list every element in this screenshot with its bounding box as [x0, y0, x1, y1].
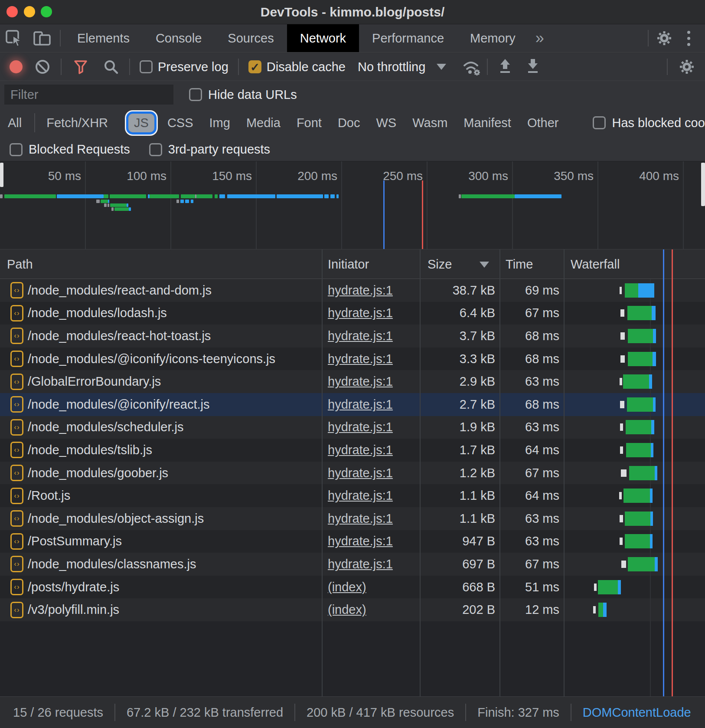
resource-chip-js[interactable]: JS [128, 114, 154, 132]
tab-network[interactable]: Network [287, 24, 359, 52]
initiator-link[interactable]: (index) [328, 598, 366, 621]
initiator-link[interactable]: hydrate.js:1 [328, 439, 393, 462]
resource-chip-ws[interactable]: WS [376, 116, 397, 130]
has-blocked-cookies-checkbox[interactable] [593, 116, 606, 129]
tab-performance[interactable]: Performance [359, 24, 457, 52]
waterfall-waiting-bar [651, 420, 654, 434]
table-row[interactable]: ‹›/node_modules/@iconify/icons-teenyicon… [0, 348, 705, 371]
preserve-log-toggle[interactable]: Preserve log [140, 60, 228, 74]
tab-elements[interactable]: Elements [64, 24, 143, 52]
blocked-requests-toggle[interactable]: Blocked Requests [10, 142, 130, 157]
column-header-time[interactable]: Time [506, 249, 533, 279]
initiator-link[interactable]: hydrate.js:1 [328, 462, 393, 485]
devtools-settings-button[interactable] [652, 24, 676, 52]
divider [667, 59, 668, 75]
hide-data-urls-checkbox[interactable] [189, 88, 202, 101]
column-header-initiator[interactable]: Initiator [328, 249, 369, 279]
status-bar: 15 / 26 requests67.2 kB / 232 kB transfe… [0, 696, 705, 728]
network-settings-button[interactable] [678, 58, 695, 75]
network-overview-timeline[interactable]: 50 ms100 ms150 ms200 ms250 ms300 ms350 m… [0, 161, 705, 249]
request-time: 67 ms [499, 302, 559, 325]
table-row[interactable]: ‹›/node_modules/classnames.jshydrate.js:… [0, 553, 705, 576]
resource-chip-manifest[interactable]: Manifest [463, 116, 511, 130]
waterfall-stalled-tick [620, 355, 625, 363]
clear-network-log-button[interactable] [36, 60, 49, 74]
table-row[interactable]: ‹›/node_modules/lodash.jshydrate.js:16.4… [0, 302, 705, 325]
overview-request-bar [111, 207, 114, 211]
import-har-button[interactable] [524, 57, 542, 76]
column-divider[interactable] [420, 249, 421, 696]
resource-chip-fetch-xhr[interactable]: Fetch/XHR [46, 116, 108, 130]
table-row[interactable]: ‹›/node_modules/scheduler.jshydrate.js:1… [0, 416, 705, 439]
throttling-dropdown[interactable]: No throttling [358, 60, 446, 74]
resource-chip-media[interactable]: Media [246, 116, 281, 130]
table-row[interactable]: ‹›/node_modules/object-assign.jshydrate.… [0, 507, 705, 530]
resource-chip-css[interactable]: CSS [167, 116, 193, 130]
disable-cache-checkbox[interactable] [248, 60, 261, 73]
overview-window-handle[interactable] [0, 163, 3, 187]
column-header-waterfall[interactable]: Waterfall [571, 249, 620, 279]
table-row[interactable]: ‹›/node_modules/tslib.jshydrate.js:11.7 … [0, 439, 705, 462]
table-row[interactable]: ‹›/Root.jshydrate.js:11.1 kB64 ms [0, 484, 705, 507]
hide-data-urls-toggle[interactable]: Hide data URLs [189, 88, 297, 102]
tab-memory[interactable]: Memory [457, 24, 529, 52]
initiator-link[interactable]: hydrate.js:1 [328, 530, 393, 553]
table-row[interactable]: ‹›/posts/hydrate.js(index)668 B51 ms [0, 576, 705, 599]
record-network-log-button[interactable] [10, 60, 23, 73]
third-party-requests-toggle[interactable]: 3rd-party requests [149, 142, 270, 157]
devtools-menu-button[interactable] [676, 24, 701, 52]
request-size: 1.1 kB [421, 484, 495, 507]
preserve-log-checkbox[interactable] [140, 60, 153, 73]
tab-console[interactable]: Console [143, 24, 215, 52]
script-file-icon: ‹› [10, 602, 23, 618]
resource-chip-img[interactable]: Img [209, 116, 230, 130]
table-row[interactable]: ‹›/node_modules/react-and-dom.jshydrate.… [0, 279, 705, 302]
has-blocked-cookies-toggle[interactable]: Has blocked cookies [593, 116, 705, 130]
overview-request-bar [185, 200, 189, 203]
overview-request-bar [330, 194, 335, 198]
overview-request-bar [110, 203, 127, 207]
initiator-link[interactable]: hydrate.js:1 [328, 279, 393, 302]
toggle-device-toolbar-button[interactable] [28, 24, 56, 52]
waterfall-waiting-bar [618, 580, 621, 594]
initiator-link[interactable]: hydrate.js:1 [328, 348, 393, 371]
table-row[interactable]: ‹›/v3/polyfill.min.js(index)202 B12 ms [0, 598, 705, 621]
table-row[interactable]: ‹›/node_modules/goober.jshydrate.js:11.2… [0, 462, 705, 485]
table-row[interactable]: ‹›/PostSummary.jshydrate.js:1947 B63 ms [0, 530, 705, 553]
column-divider[interactable] [499, 249, 500, 696]
filter-toggle-button[interactable] [72, 58, 89, 75]
initiator-link[interactable]: hydrate.js:1 [328, 370, 393, 393]
initiator-link[interactable]: hydrate.js:1 [328, 507, 393, 530]
network-conditions-button[interactable] [461, 57, 483, 77]
resource-chip-font[interactable]: Font [297, 116, 322, 130]
third-party-requests-checkbox[interactable] [149, 143, 162, 156]
initiator-link[interactable]: hydrate.js:1 [328, 302, 393, 325]
table-row[interactable]: ‹›/GlobalErrorBoundary.jshydrate.js:12.9… [0, 370, 705, 393]
initiator-link[interactable]: (index) [328, 576, 366, 599]
table-row[interactable]: ‹›/node_modules/@iconify/react.jshydrate… [0, 393, 705, 416]
initiator-link[interactable]: hydrate.js:1 [328, 553, 393, 576]
initiator-link[interactable]: hydrate.js:1 [328, 325, 393, 348]
inspect-element-button[interactable] [0, 24, 28, 52]
column-header-size[interactable]: Size [428, 249, 452, 279]
column-header-path[interactable]: Path [7, 249, 33, 279]
column-divider[interactable] [564, 249, 565, 696]
column-divider[interactable] [322, 249, 323, 696]
initiator-link[interactable]: hydrate.js:1 [328, 416, 393, 439]
export-har-button[interactable] [496, 57, 514, 76]
resource-chip-all[interactable]: All [8, 116, 22, 130]
overview-window-handle[interactable] [701, 163, 705, 206]
resource-chip-doc[interactable]: Doc [338, 116, 360, 130]
script-file-icon: ‹› [10, 374, 23, 390]
disable-cache-toggle[interactable]: Disable cache [248, 60, 346, 74]
more-tabs-button[interactable]: » [529, 24, 551, 52]
initiator-link[interactable]: hydrate.js:1 [328, 484, 393, 507]
initiator-link[interactable]: hydrate.js:1 [328, 393, 393, 416]
filter-input[interactable] [4, 85, 173, 105]
resource-chip-wasm[interactable]: Wasm [412, 116, 447, 130]
resource-chip-other[interactable]: Other [527, 116, 559, 130]
tab-sources[interactable]: Sources [215, 24, 287, 52]
search-button[interactable] [102, 58, 120, 75]
blocked-requests-checkbox[interactable] [10, 143, 23, 156]
table-row[interactable]: ‹›/node_modules/react-hot-toast.jshydrat… [0, 325, 705, 348]
